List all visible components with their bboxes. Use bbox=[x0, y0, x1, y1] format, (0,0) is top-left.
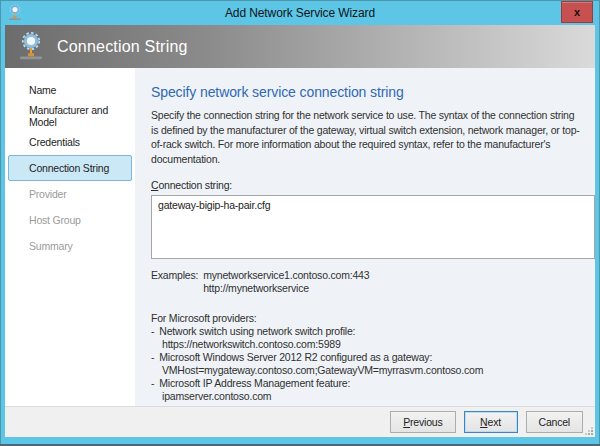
previous-button[interactable]: Previous bbox=[390, 411, 455, 433]
window-title: Add Network Service Wizard bbox=[0, 6, 600, 20]
microsoft-providers-block: For Microsoft providers: - Network switc… bbox=[151, 312, 581, 403]
example-item: mynetworkservice1.contoso.com:443 bbox=[203, 269, 369, 282]
examples-block: Examples: mynetworkservice1.contoso.com:… bbox=[151, 269, 581, 295]
sidebar-item-credentials[interactable]: Credentials bbox=[5, 129, 135, 155]
wizard-steps-sidebar: Name Manufacturer and Model Credentials … bbox=[5, 68, 135, 406]
wizard-page-content: Specify network service connection strin… bbox=[135, 68, 595, 406]
sidebar-item-connection-string[interactable]: Connection String bbox=[8, 155, 132, 181]
dash-bullet: - bbox=[151, 325, 154, 338]
page-title: Specify network service connection strin… bbox=[151, 84, 581, 100]
example-item: http://mynetworkservice bbox=[203, 282, 369, 295]
sidebar-item-summary: Summary bbox=[5, 233, 135, 259]
examples-label: Examples: bbox=[151, 269, 198, 295]
page-description: Specify the connection string for the ne… bbox=[151, 108, 581, 166]
sidebar-item-manufacturer-and-model[interactable]: Manufacturer and Model bbox=[5, 103, 135, 129]
connection-string-input[interactable]: gateway-bigip-ha-pair.cfg bbox=[151, 195, 595, 259]
provider-entry-label: - Microsoft IP Address Management featur… bbox=[151, 377, 581, 390]
provider-entry-value: https://networkswitch.contoso.com:5989 bbox=[151, 338, 581, 351]
wizard-step-title: Connection String bbox=[57, 38, 188, 56]
wizard-body: Name Manufacturer and Model Credentials … bbox=[5, 68, 595, 406]
dash-bullet: - bbox=[151, 377, 154, 390]
wizard-footer: Previous Next Cancel bbox=[5, 406, 595, 437]
resize-grip[interactable] bbox=[584, 426, 593, 435]
connection-string-icon bbox=[18, 31, 44, 62]
provider-entry-value: ipamserver.contoso.com bbox=[151, 390, 581, 403]
sidebar-item-name[interactable]: Name bbox=[5, 77, 135, 103]
connection-string-label: Connection string: bbox=[151, 179, 581, 191]
sidebar-item-host-group: Host Group bbox=[5, 207, 135, 233]
titlebar[interactable]: Add Network Service Wizard x bbox=[0, 0, 600, 25]
add-network-service-wizard-window: Add Network Service Wizard x Connection … bbox=[0, 0, 600, 446]
cancel-button[interactable]: Cancel bbox=[526, 411, 583, 433]
dash-bullet: - bbox=[151, 351, 154, 364]
provider-entry-label: - Microsoft Windows Server 2012 R2 confi… bbox=[151, 351, 581, 364]
wizard-header: Connection String bbox=[5, 25, 595, 68]
sidebar-item-provider: Provider bbox=[5, 181, 135, 207]
next-button[interactable]: Next bbox=[464, 411, 518, 433]
provider-entry-value: VMHost=mygateway.contoso.com;GatewayVM=m… bbox=[151, 364, 581, 377]
close-button[interactable]: x bbox=[561, 1, 593, 23]
provider-entry-label: - Network switch using network switch pr… bbox=[151, 325, 581, 338]
wizard-frame: Connection String Name Manufacturer and … bbox=[5, 25, 595, 437]
providers-title: For Microsoft providers: bbox=[151, 312, 581, 325]
